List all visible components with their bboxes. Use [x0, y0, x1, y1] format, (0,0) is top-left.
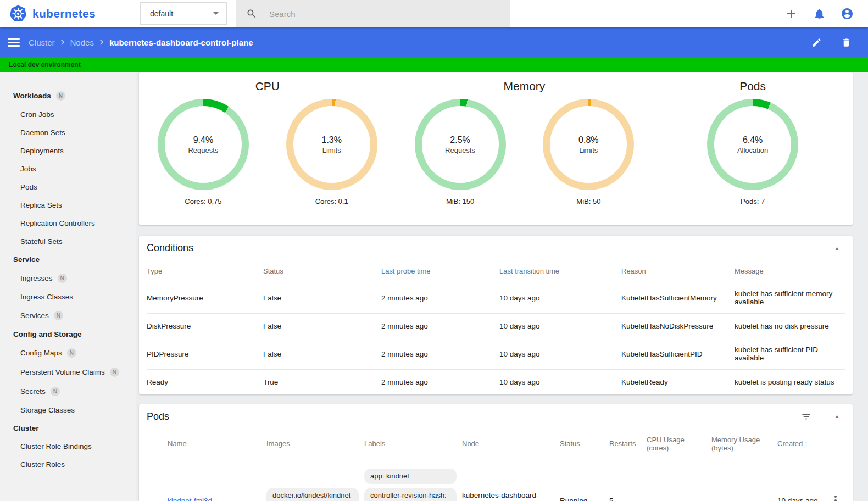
- pencil-icon: [811, 37, 822, 48]
- donut-cpu-limits: 1.3% Limits Cores: 0,1: [268, 99, 396, 225]
- sidebar-nav: Workloads N Cron Jobs Daemon Sets Deploy…: [0, 72, 136, 501]
- col-type: Type: [147, 260, 263, 282]
- col-node[interactable]: Node: [462, 429, 560, 459]
- delete-resource-button[interactable]: [839, 36, 853, 49]
- menu-icon[interactable]: [8, 38, 20, 47]
- filter-icon: [801, 411, 811, 422]
- pod-name-link[interactable]: kindnet-fmj8d: [168, 497, 212, 501]
- col-actions: [832, 429, 845, 459]
- sidebar-item-pods[interactable]: Pods: [0, 178, 136, 196]
- chevron-right-icon: [96, 37, 107, 48]
- sidebar-section-label: Workloads: [13, 92, 51, 100]
- user-menu-button[interactable]: [841, 7, 854, 20]
- environment-banner-text: Local dev environment: [9, 61, 81, 69]
- kubernetes-logo[interactable]: kubernetes: [0, 4, 132, 23]
- col-name[interactable]: Name: [168, 429, 266, 459]
- sidebar-section-config-storage[interactable]: Config and Storage: [0, 325, 136, 343]
- create-resource-button[interactable]: [784, 7, 798, 20]
- kubernetes-logo-icon: [9, 4, 27, 23]
- search-input[interactable]: [269, 9, 489, 19]
- section-title-cpu: CPU: [139, 77, 396, 97]
- conditions-table: Type Status Last probe time Last transit…: [147, 260, 845, 394]
- sidebar-item-cluster-roles[interactable]: Cluster Roles: [0, 455, 136, 474]
- sidebar-item-deployments[interactable]: Deployments: [0, 142, 136, 160]
- breadcrumb-bar: Cluster Nodes kubernetes-dashboard-contr…: [0, 27, 868, 57]
- donut-pods-allocation: 6.4% Allocation Pods: 7: [653, 99, 853, 225]
- namespace-selector[interactable]: default: [140, 2, 227, 25]
- collapse-icon[interactable]: ▲: [832, 243, 842, 253]
- allocation-group-pods: Pods 6.4% Allocation Pods: 7: [653, 77, 853, 225]
- chevron-down-icon: [213, 12, 219, 15]
- col-labels[interactable]: Labels: [364, 429, 462, 459]
- pod-row: kindnet-fmj8d docker.io/kindest/kindnetd…: [147, 459, 845, 501]
- donut-chart: 6.4% Allocation: [707, 99, 798, 190]
- sidebar-item-daemon-sets[interactable]: Daemon Sets: [0, 124, 136, 142]
- donut-label: Requests: [445, 146, 475, 154]
- table-row: PIDPressure False 2 minutes ago 10 days …: [147, 338, 845, 370]
- namespaced-badge: N: [110, 368, 119, 377]
- breadcrumb-cluster[interactable]: Cluster: [29, 38, 55, 47]
- pods-table: Name Images Labels Node Status Restarts …: [147, 429, 845, 501]
- breadcrumb-nodes[interactable]: Nodes: [70, 38, 94, 47]
- sidebar-section-workloads[interactable]: Workloads N: [0, 86, 136, 105]
- donut-memory-requests: 2.5% Requests MiB: 150: [396, 99, 525, 225]
- pod-created: 10 days ago: [777, 459, 832, 501]
- col-created[interactable]: Created ↑: [777, 429, 832, 459]
- sidebar-item-ingresses[interactable]: Ingresses N: [0, 269, 136, 288]
- col-memory-usage[interactable]: Memory Usage (bytes): [711, 429, 777, 459]
- donut-percent: 0.8%: [578, 135, 598, 145]
- topbar-actions: [784, 0, 854, 27]
- sidebar-item-ingress-classes[interactable]: Ingress Classes: [0, 288, 136, 306]
- filter-button[interactable]: [799, 410, 813, 423]
- donut-footer: Cores: 0,1: [315, 197, 348, 205]
- section-title-memory: Memory: [396, 77, 653, 97]
- col-restarts[interactable]: Restarts: [609, 429, 647, 459]
- plus-icon: [784, 7, 798, 20]
- sidebar-item-replication-controllers[interactable]: Replication Controllers: [0, 214, 136, 232]
- labels-stack: app: kindnet controller-revision-hash: 5…: [364, 466, 457, 501]
- breadcrumb: Cluster Nodes kubernetes-dashboard-contr…: [29, 37, 253, 48]
- top-app-bar: kubernetes default: [0, 0, 868, 27]
- sidebar-section-service[interactable]: Service: [0, 250, 136, 269]
- sidebar-item-storage-classes[interactable]: Storage Classes: [0, 401, 136, 419]
- sidebar-item-persistent-volume-claims[interactable]: Persistent Volume Claims N: [0, 363, 136, 382]
- sidebar-item-services[interactable]: Services N: [0, 306, 136, 325]
- sidebar-item-cluster-role-bindings[interactable]: Cluster Role Bindings: [0, 437, 136, 455]
- edit-resource-button[interactable]: [810, 36, 823, 49]
- sidebar-item-config-maps[interactable]: Config Maps N: [0, 343, 136, 363]
- sidebar-item-jobs[interactable]: Jobs: [0, 160, 136, 178]
- col-images[interactable]: Images: [266, 429, 364, 459]
- col-status: Status: [263, 260, 381, 282]
- notifications-button[interactable]: [813, 7, 826, 20]
- table-row: Ready True 2 minutes ago 10 days ago Kub…: [147, 370, 845, 394]
- col-cpu-usage[interactable]: CPU Usage (cores): [647, 429, 711, 459]
- donut-cpu-requests: 9.4% Requests Cores: 0,75: [139, 99, 268, 225]
- col-reason: Reason: [621, 260, 735, 282]
- donut-percent: 9.4%: [193, 135, 213, 145]
- col-last-transition-time: Last transition time: [499, 260, 621, 282]
- donut-footer: Cores: 0,75: [185, 197, 221, 205]
- sidebar-section-cluster[interactable]: Cluster: [0, 419, 136, 437]
- collapse-icon[interactable]: ▲: [832, 411, 842, 421]
- search-icon: [246, 8, 257, 19]
- pods-card: Pods ▲ Name Images Labels Node Status Re: [139, 404, 853, 501]
- row-actions-button[interactable]: [832, 493, 839, 501]
- sidebar-item-stateful-sets[interactable]: Stateful Sets: [0, 232, 136, 250]
- donut-label: Limits: [579, 146, 598, 154]
- main-content: CPU 9.4% Requests Cores: 0,75 1.3%: [136, 72, 868, 501]
- col-last-probe-time: Last probe time: [381, 260, 499, 282]
- donut-chart: 9.4% Requests: [158, 99, 249, 190]
- sidebar-item-secrets[interactable]: Secrets N: [0, 382, 136, 401]
- namespaced-badge: N: [67, 348, 76, 358]
- donut-percent: 6.4%: [743, 135, 763, 145]
- sidebar-section-label: Cluster: [13, 424, 39, 432]
- sidebar-item-cron-jobs[interactable]: Cron Jobs: [0, 105, 136, 124]
- sidebar-item-replica-sets[interactable]: Replica Sets: [0, 196, 136, 214]
- account-circle-icon: [841, 7, 854, 20]
- search-bar[interactable]: [236, 0, 510, 27]
- donut-chart: 1.3% Limits: [286, 99, 377, 190]
- sidebar-section-label: Service: [13, 255, 40, 264]
- col-status-dot: [147, 429, 168, 459]
- col-status[interactable]: Status: [560, 429, 609, 459]
- pod-memory-usage: -: [711, 459, 777, 501]
